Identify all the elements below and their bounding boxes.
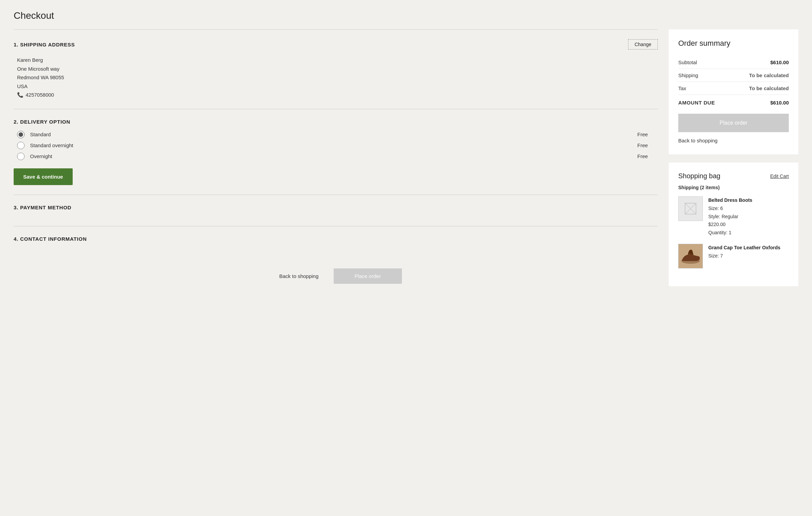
delivery-option-standard-overnight[interactable]: Standard overnight Free (17, 142, 658, 149)
place-order-button[interactable]: Place order (678, 114, 789, 132)
page-title: Checkout (14, 10, 798, 21)
bag-item-1: Belted Dress Boots Size: 6 Style: Regula… (678, 196, 789, 237)
place-order-button-bottom[interactable]: Place order (334, 268, 402, 284)
delivery-label-overnight: Overnight (30, 153, 632, 159)
delivery-price-standard: Free (637, 131, 658, 137)
item-details-2: Grand Cap Toe Leather Oxfords Size: 7 (708, 244, 789, 268)
shipping-value: To be calculated (749, 72, 789, 78)
shopping-bag-title: Shopping bag (678, 172, 720, 180)
bag-item-2: Grand Cap Toe Leather Oxfords Size: 7 (678, 244, 789, 268)
delivery-option-section: 2. DELIVERY OPTION Standard Free Standar… (14, 109, 658, 195)
address-country: USA (17, 82, 658, 91)
summary-row-subtotal: Subtotal $610.00 (678, 56, 789, 69)
delivery-price-overnight: Free (637, 153, 658, 159)
tax-value: To be calculated (749, 85, 789, 91)
bottom-actions: Back to shopping Place order (14, 257, 658, 289)
total-label: AMOUNT DUE (678, 100, 715, 106)
shipping-items-label: Shipping (2 items) (678, 185, 789, 190)
back-to-shopping-button-bottom[interactable]: Back to shopping (270, 268, 328, 284)
back-to-shopping-link[interactable]: Back to shopping (678, 138, 717, 143)
radio-overnight[interactable] (17, 153, 25, 160)
subtotal-label: Subtotal (678, 59, 697, 65)
radio-standard[interactable] (17, 131, 25, 138)
item-details-1: Belted Dress Boots Size: 6 Style: Regula… (708, 196, 789, 237)
summary-row-tax: Tax To be calculated (678, 82, 789, 95)
shopping-bag-header: Shopping bag Edit Cart (678, 172, 789, 180)
delivery-options-list: Standard Free Standard overnight Free Ov… (14, 131, 658, 160)
item-quantity-1: Quantity: 1 (708, 229, 789, 237)
item-image-2 (678, 244, 703, 268)
shopping-bag-card: Shopping bag Edit Cart Shipping (2 items… (669, 163, 798, 286)
item-image-placeholder-1 (678, 196, 703, 221)
image-placeholder-icon-1 (684, 203, 697, 215)
address-phone: 4257058000 (26, 90, 54, 99)
delivery-section-title: 2. DELIVERY OPTION (14, 119, 70, 125)
item-name-2: Grand Cap Toe Leather Oxfords (708, 244, 789, 252)
delivery-label-standard: Standard (30, 131, 632, 137)
shipping-label: Shipping (678, 72, 698, 78)
checkout-form: 1. SHIPPING ADDRESS Change Karen Berg On… (14, 29, 658, 289)
delivery-label-standard-overnight: Standard overnight (30, 142, 632, 148)
change-address-button[interactable]: Change (628, 39, 658, 50)
item-name-1: Belted Dress Boots (708, 196, 789, 205)
contact-info-section: 4. CONTACT INFORMATION (14, 226, 658, 257)
item-price-1: $220.00 (708, 221, 789, 229)
address-name: Karen Berg (17, 56, 658, 65)
address-city: Redmond WA 98055 (17, 73, 658, 82)
order-summary-title: Order summary (678, 39, 789, 48)
address-phone-line: 📞 4257058000 (17, 90, 658, 99)
delivery-price-standard-overnight: Free (637, 142, 658, 148)
payment-method-section: 3. PAYMENT METHOD (14, 195, 658, 226)
edit-cart-button[interactable]: Edit Cart (770, 173, 789, 179)
payment-section-title: 3. PAYMENT METHOD (14, 205, 71, 210)
shoe-image-icon (679, 244, 702, 268)
delivery-option-overnight[interactable]: Overnight Free (17, 153, 658, 160)
tax-label: Tax (678, 85, 686, 91)
address-street: One Microsoft way (17, 65, 658, 73)
item-size-1: Size: 6 (708, 205, 789, 213)
item-size-2: Size: 7 (708, 252, 789, 260)
shipping-section-title: 1. SHIPPING ADDRESS (14, 42, 75, 47)
radio-standard-overnight[interactable] (17, 142, 25, 149)
summary-row-total: AMOUNT DUE $610.00 (678, 95, 789, 106)
shipping-address-section: 1. SHIPPING ADDRESS Change Karen Berg On… (14, 29, 658, 109)
item-style-1: Style: Regular (708, 213, 789, 221)
phone-icon: 📞 (17, 90, 24, 99)
order-summary-card: Order summary Subtotal $610.00 Shipping … (669, 29, 798, 154)
contact-section-title: 4. CONTACT INFORMATION (14, 236, 87, 242)
delivery-option-standard[interactable]: Standard Free (17, 131, 658, 138)
address-block: Karen Berg One Microsoft way Redmond WA … (14, 56, 658, 99)
right-column: Order summary Subtotal $610.00 Shipping … (669, 29, 798, 286)
summary-row-shipping: Shipping To be calculated (678, 69, 789, 82)
subtotal-value: $610.00 (770, 59, 789, 65)
total-value: $610.00 (770, 100, 789, 106)
save-continue-button[interactable]: Save & continue (14, 168, 73, 185)
